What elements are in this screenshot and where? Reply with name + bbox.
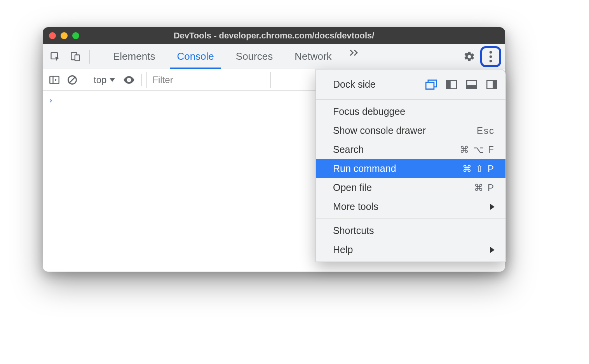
menu-item-focus-debuggee[interactable]: Focus debuggee	[316, 102, 505, 121]
traffic-lights	[49, 32, 79, 39]
svg-rect-17	[493, 80, 497, 88]
no-symbol-icon	[67, 75, 78, 85]
inspect-icon	[50, 51, 61, 62]
svg-line-9	[70, 77, 75, 83]
gear-icon	[464, 51, 475, 62]
toolbar-right	[461, 46, 501, 67]
panel-tabs: Elements Console Sources Network	[102, 44, 366, 69]
kebab-icon	[489, 51, 492, 62]
dock-right-button[interactable]	[486, 80, 498, 90]
tab-console[interactable]: Console	[166, 44, 225, 69]
more-options-button[interactable]	[480, 46, 501, 67]
svg-point-4	[490, 55, 492, 58]
svg-point-10	[128, 79, 131, 81]
menu-item-shortcuts[interactable]: Shortcuts	[316, 221, 505, 240]
svg-point-3	[490, 51, 492, 54]
toolbar-divider	[89, 50, 90, 64]
menu-dock-row: Dock side	[316, 72, 505, 97]
device-icon	[70, 51, 81, 62]
menu-item-help[interactable]: Help	[316, 240, 505, 259]
filterbar-divider	[85, 74, 85, 86]
menu-item-show-console-drawer[interactable]: Show console drawer Esc	[316, 121, 505, 140]
menu-section-footer: Shortcuts Help	[316, 219, 505, 262]
filterbar-divider-2	[141, 74, 142, 86]
dock-left-button[interactable]	[446, 80, 457, 90]
menu-item-more-tools[interactable]: More tools	[316, 197, 505, 216]
dock-left-icon	[446, 80, 457, 89]
maximize-window-button[interactable]	[72, 32, 79, 39]
tab-elements[interactable]: Elements	[102, 44, 166, 69]
clear-console-button[interactable]	[64, 72, 80, 88]
menu-item-run-command[interactable]: Run command ⌘ ⇧ P	[316, 159, 505, 178]
tab-network[interactable]: Network	[284, 44, 342, 69]
chevron-right-icon	[490, 247, 495, 253]
menu-section-main: Focus debuggee Show console drawer Esc S…	[316, 100, 505, 219]
devtools-window: DevTools - developer.chrome.com/docs/dev…	[43, 27, 505, 272]
settings-button[interactable]	[461, 48, 478, 65]
context-label: top	[94, 75, 106, 85]
dock-undock-button[interactable]	[425, 80, 437, 90]
svg-rect-2	[75, 55, 80, 61]
dock-undock-icon	[425, 80, 437, 90]
inspect-element-button[interactable]	[47, 48, 64, 65]
dock-bottom-icon	[466, 80, 477, 89]
menu-item-open-file[interactable]: Open file ⌘ P	[316, 178, 505, 197]
console-prompt: ›	[48, 95, 53, 105]
dock-bottom-button[interactable]	[466, 80, 477, 90]
main-toolbar: Elements Console Sources Network	[43, 44, 505, 69]
svg-rect-11	[426, 82, 434, 89]
minimize-window-button[interactable]	[61, 32, 68, 39]
menu-item-search[interactable]: Search ⌘ ⌥ F	[316, 140, 505, 159]
execution-context-selector[interactable]: top	[90, 75, 119, 85]
menu-section-dock: Dock side	[316, 69, 505, 100]
svg-rect-15	[467, 85, 477, 88]
svg-rect-13	[446, 80, 450, 88]
live-expression-button[interactable]	[121, 72, 137, 88]
console-sidebar-toggle[interactable]	[47, 72, 62, 88]
chevron-right-icon	[490, 204, 495, 210]
eye-icon	[123, 76, 135, 84]
dock-side-label: Dock side	[333, 79, 376, 90]
svg-point-5	[490, 60, 492, 62]
tab-sources[interactable]: Sources	[225, 44, 284, 69]
close-window-button[interactable]	[49, 32, 56, 39]
dock-right-icon	[486, 80, 497, 89]
titlebar: DevTools - developer.chrome.com/docs/dev…	[43, 27, 505, 44]
dock-options	[425, 80, 498, 90]
chevron-double-right-icon	[349, 49, 360, 57]
more-tabs-button[interactable]	[343, 44, 366, 61]
console-filter-input[interactable]	[146, 72, 271, 88]
svg-rect-6	[50, 76, 59, 83]
window-title: DevTools - developer.chrome.com/docs/dev…	[43, 31, 505, 41]
device-toolbar-button[interactable]	[67, 48, 84, 65]
options-menu: Dock side	[315, 69, 506, 262]
triangle-down-icon	[110, 78, 115, 82]
sidebar-toggle-icon	[49, 75, 60, 85]
